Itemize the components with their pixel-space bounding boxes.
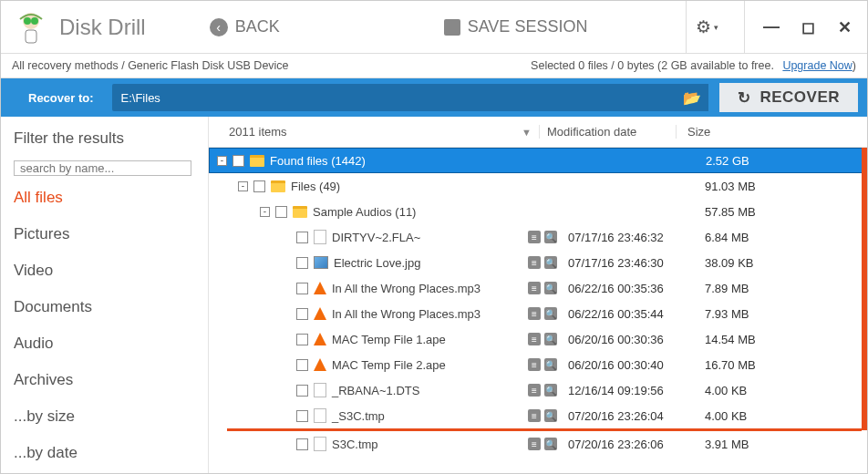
file-date: 06/20/16 00:30:36 — [561, 333, 694, 346]
details-icon[interactable]: ≡ — [528, 307, 541, 320]
file-icon — [314, 383, 326, 397]
details-icon[interactable]: ≡ — [528, 231, 541, 243]
divider — [744, 1, 745, 53]
file-size: 7.93 MB — [694, 307, 867, 321]
checkbox[interactable] — [296, 438, 308, 450]
filter-by-date[interactable]: ...by date — [14, 438, 195, 468]
filter-audio[interactable]: Audio — [14, 329, 195, 358]
checkbox[interactable] — [253, 180, 265, 192]
size: 91.03 MB — [694, 180, 867, 193]
tree-toggle[interactable]: - — [217, 156, 227, 166]
maximize-button[interactable]: ◻ — [798, 17, 818, 37]
filter-video[interactable]: Video — [14, 256, 195, 285]
recover-bar: Recover to: E:\Files 📂 ↻ RECOVER — [1, 78, 867, 117]
file-list[interactable]: -Found files (1442)2.52 GB-Files (49)91.… — [209, 148, 867, 473]
details-icon[interactable]: ≡ — [528, 409, 541, 422]
preview-icon[interactable]: 🔍 — [544, 282, 557, 294]
save-session-button[interactable]: SAVE SESSION — [435, 12, 597, 42]
file-row[interactable]: MAC Temp File 2.ape≡🔍06/20/16 00:30:4016… — [209, 352, 867, 377]
titlebar: Disk Drill ‹ BACK SAVE SESSION ⚙ ▾ — ◻ ✕ — [1, 1, 867, 54]
filter-all-files[interactable]: All files — [14, 183, 195, 212]
back-label: BACK — [235, 17, 280, 36]
file-size: 3.91 MB — [694, 438, 867, 451]
filter-archives[interactable]: Archives — [14, 366, 195, 395]
file-name: Electric Love.jpg — [334, 256, 420, 270]
checkbox[interactable] — [275, 206, 287, 218]
folder-row[interactable]: -Sample Audios (11)57.85 MB — [209, 199, 867, 224]
details-icon[interactable]: ≡ — [528, 282, 541, 294]
file-row[interactable]: DIRTYV~2.FLA~≡🔍07/17/16 23:46:326.84 MB — [209, 224, 867, 250]
details-icon[interactable]: ≡ — [528, 438, 541, 450]
details-icon[interactable]: ≡ — [528, 256, 541, 269]
recover-button[interactable]: ↻ RECOVER — [719, 83, 858, 112]
filter-by-size[interactable]: ...by size — [14, 402, 195, 431]
vlc-icon — [314, 358, 326, 371]
file-date: 07/20/16 23:26:06 — [561, 438, 694, 451]
file-name: In All the Wrong Places.mp3 — [332, 282, 480, 295]
folder-label: Found files (1442) — [270, 154, 366, 168]
checkbox[interactable] — [296, 283, 308, 294]
tree-toggle[interactable]: - — [238, 181, 248, 191]
details-icon[interactable]: ≡ — [528, 333, 541, 345]
app-title: Disk Drill — [59, 15, 146, 40]
col-date[interactable]: Modification date — [539, 125, 676, 139]
checkbox[interactable] — [296, 410, 308, 422]
details-icon[interactable]: ≡ — [528, 384, 541, 397]
preview-icon[interactable]: 🔍 — [544, 231, 557, 243]
size: 57.85 MB — [694, 205, 867, 219]
file-row[interactable]: _RBANA~1.DTS≡🔍12/16/14 09:19:564.00 KB — [209, 377, 867, 403]
file-row[interactable]: Electric Love.jpg≡🔍07/17/16 23:46:3038.0… — [209, 250, 867, 275]
details-icon[interactable]: ≡ — [528, 358, 541, 371]
search-input[interactable] — [14, 160, 191, 176]
close-button[interactable]: ✕ — [834, 17, 854, 37]
checkbox[interactable] — [296, 334, 308, 345]
preview-icon[interactable]: 🔍 — [544, 384, 557, 397]
file-row[interactable]: In All the Wrong Places.mp3≡🔍06/22/16 00… — [209, 275, 867, 301]
folder-row[interactable]: -Found files (1442)2.52 GB — [209, 148, 867, 173]
checkbox[interactable] — [296, 385, 308, 397]
file-date: 07/17/16 23:46:32 — [561, 231, 694, 244]
file-row[interactable]: In All the Wrong Places.mp3≡🔍06/22/16 00… — [209, 301, 867, 326]
folder-open-icon: 📂 — [683, 89, 701, 107]
recover-path-input[interactable]: E:\Files — [112, 84, 676, 111]
back-button[interactable]: ‹ BACK — [201, 12, 289, 42]
browse-button[interactable]: 📂 — [676, 84, 708, 111]
col-size[interactable]: Size — [676, 125, 867, 139]
folder-row[interactable]: -Files (49)91.03 MB — [209, 173, 867, 199]
preview-icon[interactable]: 🔍 — [544, 307, 557, 320]
filter-pictures[interactable]: Pictures — [14, 220, 195, 249]
checkbox[interactable] — [232, 155, 244, 167]
file-row[interactable]: MAC Temp File 1.ape≡🔍06/20/16 00:30:3614… — [209, 326, 867, 352]
settings-button[interactable]: ⚙ ▾ — [687, 11, 728, 43]
folder-icon — [250, 155, 264, 167]
file-size: 16.70 MB — [694, 358, 867, 372]
file-date: 07/20/16 23:26:04 — [561, 409, 694, 423]
checkbox[interactable] — [296, 257, 308, 269]
tree-toggle[interactable]: - — [260, 207, 270, 217]
minimize-button[interactable]: — — [761, 17, 781, 36]
file-row[interactable]: S3C.tmp≡🔍07/20/16 23:26:063.91 MB — [209, 431, 867, 457]
checkbox[interactable] — [296, 232, 308, 243]
file-date: 12/16/14 09:19:56 — [561, 384, 694, 397]
breadcrumb[interactable]: All recovery methods / Generic Flash Dis… — [12, 59, 289, 72]
sort-icon[interactable]: ▼ — [522, 127, 532, 138]
checkbox[interactable] — [296, 308, 308, 320]
checkbox[interactable] — [296, 359, 308, 371]
folder-icon — [293, 206, 307, 218]
recover-to-label: Recover to: — [1, 91, 112, 105]
image-icon — [314, 256, 328, 269]
scrollbar-indicator[interactable] — [862, 148, 867, 430]
selection-info: Selected 0 files / 0 bytes (2 GB availab… — [531, 59, 856, 72]
preview-icon[interactable]: 🔍 — [544, 409, 557, 422]
upgrade-link[interactable]: Upgrade Now — [782, 59, 852, 72]
preview-icon[interactable]: 🔍 — [544, 333, 557, 345]
file-date: 06/20/16 00:30:40 — [561, 358, 694, 372]
file-row[interactable]: _S3C.tmp≡🔍07/20/16 23:26:044.00 KB — [209, 403, 867, 428]
file-size: 38.09 KB — [694, 256, 867, 270]
preview-icon[interactable]: 🔍 — [544, 438, 557, 450]
file-size: 14.54 MB — [694, 333, 867, 346]
column-header: 2011 items ▼ Modification date Size — [209, 117, 867, 148]
preview-icon[interactable]: 🔍 — [544, 256, 557, 269]
preview-icon[interactable]: 🔍 — [544, 358, 557, 371]
filter-documents[interactable]: Documents — [14, 293, 195, 322]
